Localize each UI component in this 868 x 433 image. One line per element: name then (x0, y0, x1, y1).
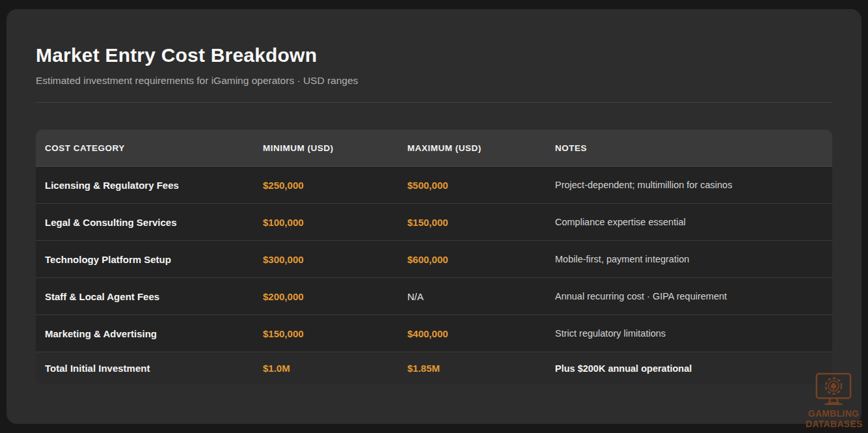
table-row: Licensing & Regulatory Fees$250,000$500,… (36, 167, 832, 203)
cell-cost-category: Staff & Local Agent Fees (36, 291, 254, 302)
cell-minimum-usd: $150,000 (254, 328, 398, 339)
table-row: Legal & Consulting Services$100,000$150,… (36, 203, 832, 240)
cell-maximum-usd: $600,000 (398, 254, 546, 265)
divider (36, 102, 832, 103)
table-row: Staff & Local Agent Fees$200,000N/AAnnua… (36, 277, 832, 314)
cell-cost-category: Licensing & Regulatory Fees (36, 180, 254, 191)
cell-cost-category: Technology Platform Setup (36, 254, 254, 265)
cell-cost-category: Marketing & Advertising (36, 328, 254, 339)
column-header-minimum-usd: MINIMUM (USD) (254, 143, 398, 153)
cell-notes: Strict regulatory limitations (546, 328, 832, 339)
cell-notes: Plus $200K annual operational (546, 363, 832, 374)
cell-maximum-usd: $400,000 (398, 328, 546, 339)
cell-maximum-usd: $150,000 (398, 217, 546, 228)
column-header-notes: NOTES (546, 143, 832, 153)
page-title: Market Entry Cost Breakdown (36, 44, 832, 66)
cell-notes: Mobile-first, payment integration (546, 254, 832, 264)
table-row: Marketing & Advertising$150,000$400,000S… (36, 314, 832, 352)
cell-cost-category: Legal & Consulting Services (36, 217, 254, 228)
table-header-row: COST CATEGORY MINIMUM (USD) MAXIMUM (USD… (36, 130, 832, 167)
table-body: Licensing & Regulatory Fees$250,000$500,… (36, 167, 832, 384)
cell-minimum-usd: $100,000 (254, 217, 398, 228)
cell-maximum-usd: N/A (398, 291, 546, 302)
cell-minimum-usd: $250,000 (254, 180, 398, 191)
column-header-cost-category: COST CATEGORY (36, 143, 254, 153)
cell-maximum-usd: $500,000 (398, 180, 546, 191)
cell-minimum-usd: $300,000 (254, 254, 398, 265)
infographic-card: Market Entry Cost Breakdown Estimated in… (7, 9, 861, 424)
page-subtitle: Estimated investment requirements for iG… (36, 75, 832, 87)
cell-notes: Annual recurring cost · GIPA requirement (546, 291, 832, 301)
cell-maximum-usd: $1.85M (398, 363, 546, 374)
cell-cost-category: Total Initial Investment (36, 363, 254, 374)
cell-notes: Compliance expertise essential (546, 217, 832, 227)
cost-table: COST CATEGORY MINIMUM (USD) MAXIMUM (USD… (36, 130, 832, 384)
cell-minimum-usd: $200,000 (254, 291, 398, 302)
table-row: Technology Platform Setup$300,000$600,00… (36, 240, 832, 277)
column-header-maximum-usd: MAXIMUM (USD) (398, 143, 546, 153)
cell-notes: Project-dependent; multimillion for casi… (546, 180, 832, 190)
table-row: Total Initial Investment$1.0M$1.85MPlus … (36, 352, 832, 384)
cell-minimum-usd: $1.0M (254, 363, 398, 374)
